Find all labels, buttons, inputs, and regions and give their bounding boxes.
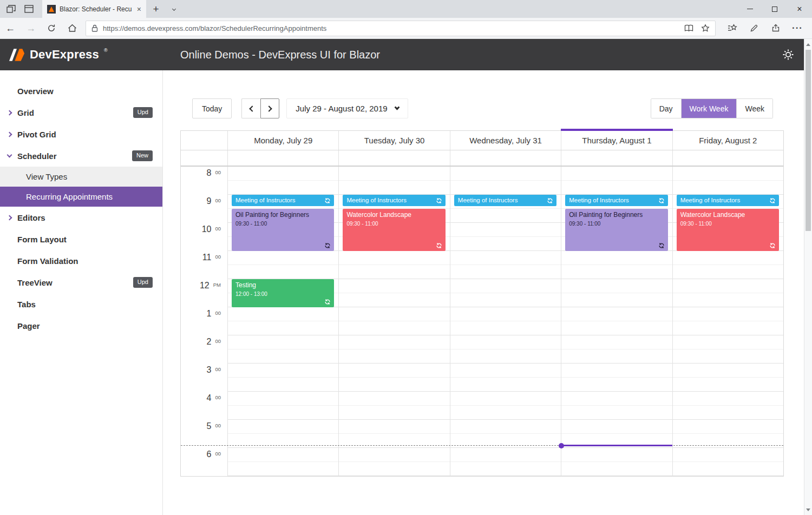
time-slot[interactable] (450, 392, 561, 406)
time-slot[interactable] (228, 181, 338, 195)
time-slot[interactable] (339, 462, 449, 476)
time-slot[interactable] (673, 364, 783, 378)
time-slot[interactable] (450, 237, 561, 251)
time-slot[interactable] (561, 279, 672, 293)
time-slot[interactable] (339, 321, 449, 335)
time-slot[interactable] (673, 448, 783, 462)
time-slot[interactable] (450, 448, 561, 462)
time-slot[interactable] (450, 279, 561, 293)
time-slot[interactable] (339, 251, 449, 265)
time-slot[interactable] (339, 265, 449, 279)
site-info-lock-icon[interactable] (91, 24, 98, 32)
sidebar-item-recurring-appointments[interactable]: Recurring Appointments (0, 187, 162, 207)
sidebar-item-view-types[interactable]: View Types (0, 167, 162, 187)
time-slot[interactable] (561, 335, 672, 349)
scroll-up-icon[interactable] (804, 40, 812, 49)
scrollbar-thumb[interactable] (806, 50, 811, 231)
next-button[interactable] (260, 98, 279, 118)
day-header[interactable]: Friday, August 2 (673, 131, 783, 150)
view-button-work-week[interactable]: Work Week (681, 99, 737, 118)
time-slot[interactable] (673, 307, 783, 321)
time-slot[interactable] (673, 378, 783, 392)
time-slot[interactable] (339, 406, 449, 420)
date-range-selector[interactable]: July 29 - August 02, 2019 (286, 98, 408, 118)
time-slot[interactable] (561, 406, 672, 420)
time-slot[interactable] (450, 335, 561, 349)
time-slot[interactable] (339, 448, 449, 462)
view-button-day[interactable]: Day (651, 99, 681, 118)
time-slot[interactable] (450, 406, 561, 420)
time-slot[interactable] (228, 420, 338, 434)
time-slot[interactable] (339, 307, 449, 321)
time-slot[interactable] (673, 265, 783, 279)
time-slot[interactable] (673, 167, 783, 181)
time-slot[interactable] (561, 420, 672, 434)
time-slot[interactable] (228, 321, 338, 335)
time-slot[interactable] (450, 265, 561, 279)
new-tab-button[interactable]: + (146, 0, 166, 18)
time-slot[interactable] (450, 223, 561, 237)
time-slot[interactable] (673, 462, 783, 476)
view-button-week[interactable]: Week (736, 99, 772, 118)
time-slot[interactable] (228, 462, 338, 476)
time-slot[interactable] (450, 462, 561, 476)
set-tabs-aside-icon[interactable] (6, 5, 16, 13)
annotate-pen-icon[interactable] (745, 18, 763, 38)
all-day-cell[interactable] (450, 150, 561, 166)
tab-preview-icon[interactable] (24, 5, 34, 13)
day-header[interactable]: Wednesday, July 31 (450, 131, 561, 150)
time-slot[interactable] (339, 181, 449, 195)
sidebar-item-form-layout[interactable]: Form Layout (0, 228, 162, 250)
sidebar-item-grid[interactable]: Grid Upd (0, 102, 162, 123)
minimize-button[interactable] (737, 0, 762, 18)
all-day-cell[interactable] (339, 150, 450, 166)
sidebar-item-editors[interactable]: Editors (0, 207, 162, 228)
day-header[interactable]: Monday, July 29 (228, 131, 339, 150)
time-slot[interactable] (450, 364, 561, 378)
time-slot[interactable] (561, 364, 672, 378)
day-header[interactable]: Thursday, August 1 (561, 131, 672, 150)
day-column[interactable]: Meeting of Instructors Oil Painting for … (561, 167, 672, 476)
previous-button[interactable] (241, 98, 260, 118)
appointment[interactable]: Meeting of Instructors (677, 195, 779, 206)
time-slot[interactable] (561, 251, 672, 265)
time-slot[interactable] (450, 293, 561, 307)
appointment[interactable]: Meeting of Instructors (343, 195, 445, 206)
time-slot[interactable] (339, 293, 449, 307)
day-column[interactable]: Meeting of Instructors Oil Painting for … (228, 167, 339, 476)
time-slot[interactable] (561, 462, 672, 476)
time-slot[interactable] (228, 434, 338, 448)
time-slot[interactable] (228, 349, 338, 364)
scroll-down-icon[interactable] (804, 505, 812, 514)
maximize-button[interactable] (762, 0, 787, 18)
home-button[interactable] (62, 18, 82, 38)
time-slot[interactable] (450, 181, 561, 195)
all-day-cell[interactable] (228, 150, 339, 166)
time-slot[interactable] (450, 209, 561, 223)
time-slot[interactable] (561, 265, 672, 279)
appointment[interactable]: Watercolor Landscape 09:30 - 11:00 (343, 209, 445, 251)
sidebar-item-tabs[interactable]: Tabs (0, 293, 162, 315)
time-slot[interactable] (339, 392, 449, 406)
time-slot[interactable] (561, 307, 672, 321)
all-day-cell[interactable] (561, 150, 672, 166)
appointment[interactable]: Oil Painting for Beginners 09:30 - 11:00 (565, 209, 667, 251)
time-slot[interactable] (561, 321, 672, 335)
time-slot[interactable] (339, 167, 449, 181)
sidebar-item-scheduler[interactable]: Scheduler New (0, 145, 162, 167)
devexpress-logo[interactable]: DevExpress ® (9, 47, 180, 63)
time-slot[interactable] (450, 167, 561, 181)
time-slot[interactable] (673, 251, 783, 265)
time-slot[interactable] (673, 349, 783, 364)
time-slot[interactable] (561, 293, 672, 307)
url-input[interactable]: https://demos.devexpress.com/blazor/Sche… (103, 24, 677, 32)
time-slot[interactable] (673, 335, 783, 349)
day-column[interactable]: Meeting of Instructors Watercolor Landsc… (339, 167, 450, 476)
time-slot[interactable] (228, 448, 338, 462)
forward-button[interactable]: → (21, 18, 41, 38)
time-slot[interactable] (561, 434, 672, 448)
appointment[interactable]: Meeting of Instructors (232, 195, 334, 206)
time-slot[interactable] (561, 167, 672, 181)
time-slot[interactable] (228, 307, 338, 321)
time-slot[interactable] (450, 349, 561, 364)
